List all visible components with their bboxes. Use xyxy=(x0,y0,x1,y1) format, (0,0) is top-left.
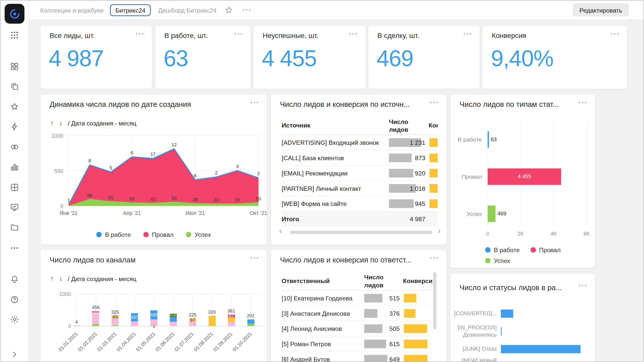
kpi-menu-icon[interactable]: ⋯ xyxy=(463,32,472,36)
y-axis-label: 0 xyxy=(44,203,63,209)
breadcrumb-dashboard-name[interactable]: Дашборд Битрикс24 xyxy=(158,7,217,14)
column-header[interactable]: Конверсия xyxy=(403,277,433,285)
horizontal-scrollbar[interactable] xyxy=(290,231,432,234)
more-menu-icon[interactable]: ⋯ xyxy=(242,8,252,12)
total-row: Итого 4 987 xyxy=(282,211,438,227)
kpi-value: 63 xyxy=(155,40,251,72)
charts-icon[interactable] xyxy=(7,160,22,174)
svg-text:2: 2 xyxy=(215,170,218,175)
datalens-logo-icon[interactable] xyxy=(5,4,24,24)
vertical-scrollbar[interactable] xyxy=(433,272,436,329)
bar-segment[interactable] xyxy=(247,320,254,323)
copy-icon[interactable] xyxy=(7,79,22,94)
bar-label: 202 xyxy=(243,313,259,319)
svg-text:5: 5 xyxy=(109,165,112,170)
tab-bitrix24[interactable]: Битрикс24 xyxy=(110,4,151,16)
storage-icon[interactable] xyxy=(7,220,22,235)
cell-leads: 376 xyxy=(364,306,403,321)
bar-label: 320 xyxy=(204,309,220,315)
bar-label: 225 xyxy=(184,312,201,318)
bar[interactable] xyxy=(488,206,495,222)
bar[interactable] xyxy=(488,131,489,148)
favorites-icon[interactable] xyxy=(7,99,22,114)
column-header[interactable]: Ответственный xyxy=(282,277,364,285)
legend-item[interactable]: Провал xyxy=(530,246,560,253)
bar-segment[interactable] xyxy=(247,323,254,326)
kpi-menu-icon[interactable]: ⋯ xyxy=(234,32,243,36)
cell-leads: 505 xyxy=(364,321,403,336)
svg-text:1: 1 xyxy=(67,198,70,203)
bar-segment[interactable] xyxy=(73,326,80,326)
svg-text:8: 8 xyxy=(89,158,91,163)
kpi-menu-icon[interactable]: ⋯ xyxy=(610,32,620,36)
bar-segment[interactable] xyxy=(92,324,99,326)
datasets-icon[interactable] xyxy=(7,180,22,195)
widgets-icon[interactable] xyxy=(7,59,22,74)
column-header[interactable]: Число лидов xyxy=(364,273,403,289)
column-header[interactable]: Конверсия xyxy=(429,121,438,129)
bar-segment[interactable] xyxy=(209,316,216,326)
legend-item[interactable]: В работе xyxy=(485,246,520,253)
bar-segment[interactable] xyxy=(112,325,119,326)
settings-icon[interactable] xyxy=(7,312,22,327)
status-bar-chart: 02K4K6KВ работе63Провал4 455Успех469 xyxy=(451,95,595,268)
legend-item[interactable]: Успех xyxy=(485,257,510,264)
category-label: Провал xyxy=(451,173,482,180)
table-row: [10] Екатерина Гордеева 515 xyxy=(282,291,433,306)
x-axis-label: 4K xyxy=(545,231,562,237)
bar-segment[interactable] xyxy=(131,321,138,326)
legend-item[interactable]: Успех xyxy=(186,231,211,238)
svg-text:4: 4 xyxy=(236,164,239,169)
svg-text:98: 98 xyxy=(87,193,92,198)
bar-segment[interactable] xyxy=(150,320,157,326)
bar-label: 63 xyxy=(491,136,497,143)
column-header[interactable]: Источник xyxy=(282,121,389,129)
help-icon[interactable] xyxy=(7,292,22,307)
legend-item[interactable]: Провал xyxy=(143,231,173,238)
dashboards-icon[interactable] xyxy=(7,200,22,215)
chart-legend: В работеПровалУспех xyxy=(41,231,267,238)
kpi-menu-icon[interactable]: ⋯ xyxy=(135,32,145,36)
notifications-icon[interactable] xyxy=(7,272,22,287)
bar-label: 4 455 xyxy=(488,173,561,180)
bar[interactable] xyxy=(501,309,513,318)
editor-icon[interactable] xyxy=(7,119,22,134)
cell-label: [4] Леонид Анисимов xyxy=(282,321,364,336)
cell-conversion xyxy=(403,290,433,306)
bar-label: 325 xyxy=(107,309,124,315)
svg-text:6: 6 xyxy=(194,173,196,178)
cell-leads: 649 xyxy=(364,351,403,362)
edit-button[interactable]: Редактировать xyxy=(573,3,629,17)
cell-leads: 1 018 xyxy=(389,180,429,196)
total-value: 4 987 xyxy=(389,211,429,227)
expand-icon[interactable] xyxy=(7,347,22,362)
favorite-star-icon[interactable] xyxy=(225,6,233,14)
x-axis-label: Янв '21 xyxy=(54,210,83,216)
scroll-left-icon[interactable]: ‹ xyxy=(279,227,282,235)
bar-segment[interactable] xyxy=(228,322,235,326)
scroll-right-icon[interactable]: › xyxy=(438,227,440,235)
category-label: [IN_PROCESS] Дозвонились xyxy=(451,324,497,339)
cell-leads: 920 xyxy=(389,165,429,181)
connections-icon[interactable] xyxy=(7,140,22,154)
more-icon[interactable] xyxy=(7,241,22,255)
kpi-menu-icon[interactable]: ⋯ xyxy=(348,32,358,36)
kpi-card: В работе, шт. ⋯ 63 xyxy=(155,26,251,89)
cell-label: [6] Андрей Бутов xyxy=(282,351,364,362)
kpi-card: Все лиды, шт. ⋯ 4 987 xyxy=(41,26,152,89)
svg-text:38: 38 xyxy=(193,197,198,202)
bar[interactable] xyxy=(501,327,502,336)
breadcrumb-collections[interactable]: Коллекции и воркбуки xyxy=(40,7,104,14)
kpi-title: В сделку, шт. xyxy=(377,32,419,40)
sources-table: ИсточникЧисло лидовКонверсия [ADVERTISIN… xyxy=(271,95,446,245)
bar-segment[interactable] xyxy=(170,322,177,326)
bar-label: 469 xyxy=(497,210,506,217)
apps-grid-icon[interactable] xyxy=(7,28,22,42)
legend-item[interactable]: В работе xyxy=(96,231,131,238)
area-chart[interactable]: 185617126242986550425938333250 xyxy=(67,136,261,206)
column-header[interactable]: Число лидов xyxy=(389,117,429,133)
bar[interactable] xyxy=(501,345,581,353)
cell-leads: 873 xyxy=(389,150,429,165)
segment-label: 382 xyxy=(166,312,180,318)
segment-label: 87 xyxy=(224,313,238,319)
